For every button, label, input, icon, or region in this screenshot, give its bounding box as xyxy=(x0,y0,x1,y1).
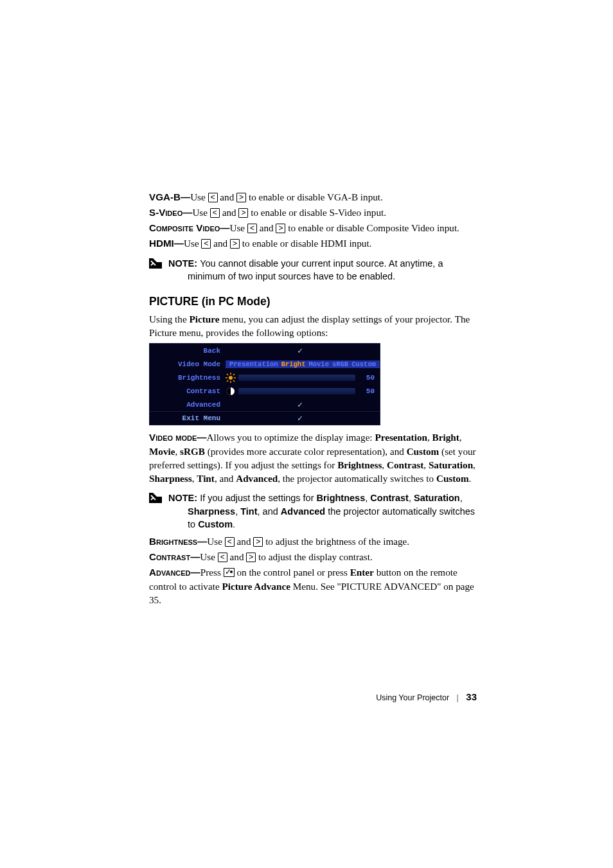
osd-brightness-row: Brightness 50 xyxy=(150,371,380,384)
osd-contrast-row: Contrast 50 xyxy=(150,384,380,398)
svg-line-7 xyxy=(233,380,235,382)
vga-b-line: VGA-B—Use < and > to enable or disable V… xyxy=(149,190,477,204)
osd-exit-row: Exit Menu ✓ xyxy=(150,411,380,425)
composite-line: Composite Video—Use < and > to enable or… xyxy=(149,221,477,235)
check-icon: ✓ xyxy=(298,400,303,410)
svg-marker-11 xyxy=(149,493,162,503)
svg-line-9 xyxy=(227,380,228,382)
hdmi-label: HDMI— xyxy=(149,238,184,249)
note-2: NOTE: If you adjust the settings for Bri… xyxy=(149,492,477,531)
right-key-icon: > xyxy=(253,537,263,547)
svg-marker-0 xyxy=(149,258,162,269)
osd-video-mode-row: Video Mode Presentation Bright Movie sRG… xyxy=(150,357,380,371)
s-video-label: S-Video— xyxy=(149,207,192,218)
vga-b-label: VGA-B— xyxy=(149,191,190,202)
enter-icon xyxy=(224,568,235,577)
brightness-icon xyxy=(226,373,236,383)
footer-sep: | xyxy=(457,693,459,702)
right-key-icon: > xyxy=(230,239,240,249)
note-1: NOTE: You cannot disable your current in… xyxy=(149,257,477,283)
contrast-slider xyxy=(238,388,355,394)
right-key-icon: > xyxy=(236,193,246,202)
osd-menu: Back ✓ Video Mode Presentation Bright Mo… xyxy=(149,343,380,425)
left-key-icon: < xyxy=(210,208,220,218)
svg-line-8 xyxy=(233,374,235,375)
note-icon xyxy=(149,493,162,503)
page-footer: Using Your Projector | 33 xyxy=(149,691,477,702)
right-key-icon: > xyxy=(238,208,248,218)
check-icon: ✓ xyxy=(298,413,303,423)
hdmi-line: HDMI—Use < and > to enable or disable HD… xyxy=(149,236,477,251)
note-label: NOTE: xyxy=(168,493,200,503)
svg-point-1 xyxy=(229,376,233,380)
right-key-icon: > xyxy=(246,553,256,562)
page-number: 33 xyxy=(466,691,477,702)
footer-text: Using Your Projector xyxy=(376,693,449,702)
s-video-line: S-Video—Use < and > to enable or disable… xyxy=(149,206,477,220)
right-key-icon: > xyxy=(276,224,285,233)
svg-line-6 xyxy=(227,374,228,375)
contrast-icon xyxy=(226,386,236,396)
video-mode-para: Video mode—Allows you to optimize the di… xyxy=(149,430,477,485)
intro-para: Using the Picture menu, you can adjust t… xyxy=(149,312,477,340)
left-key-icon: < xyxy=(218,553,227,562)
composite-label: Composite Video— xyxy=(149,222,229,233)
advanced-line: Advanced—Press on the control panel or p… xyxy=(149,565,477,607)
left-key-icon: < xyxy=(225,537,235,547)
section-heading: PICTURE (in PC Mode) xyxy=(149,295,477,308)
left-key-icon: < xyxy=(208,193,218,202)
left-key-icon: < xyxy=(247,224,257,233)
note-icon xyxy=(149,258,162,269)
brightness-slider xyxy=(238,375,355,381)
contrast-line: Contrast—Use < and > to adjust the displ… xyxy=(149,550,477,564)
osd-back-row: Back ✓ xyxy=(150,344,380,357)
osd-advanced-row: Advanced ✓ xyxy=(150,398,380,411)
check-icon: ✓ xyxy=(298,346,303,356)
note-label: NOTE: xyxy=(168,258,200,269)
brightness-line: Brightness—Use < and > to adjust the bri… xyxy=(149,535,477,549)
left-key-icon: < xyxy=(201,239,211,249)
